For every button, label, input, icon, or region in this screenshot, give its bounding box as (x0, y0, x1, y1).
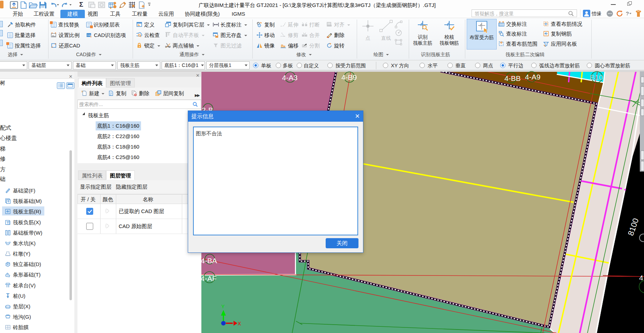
svg-text:4-BA: 4-BA (201, 257, 217, 265)
svg-text:B10: B10 (590, 73, 603, 81)
svg-text:4-A3: 4-A3 (282, 74, 297, 82)
svg-text:X: X (238, 321, 241, 326)
svg-text:4-B9: 4-B9 (341, 73, 357, 81)
svg-text:CAD: CAD (87, 34, 91, 36)
svg-text:Y: Y (221, 304, 225, 309)
svg-text:4-AF: 4-AF (201, 274, 217, 282)
svg-text:4: 4 (639, 274, 643, 282)
svg-text:4-A9: 4-A9 (525, 73, 540, 81)
svg-text:4-BB: 4-BB (504, 74, 521, 82)
